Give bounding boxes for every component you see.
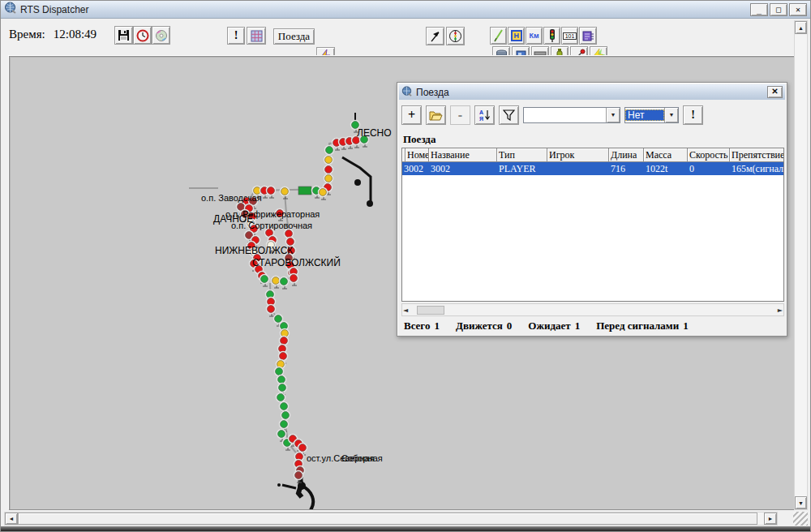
- hscroll-thumb[interactable]: [417, 306, 444, 315]
- save-button[interactable]: [114, 26, 133, 45]
- column-header[interactable]: Игрок: [547, 148, 609, 162]
- vertical-scrollbar[interactable]: ▲ ▼: [794, 20, 808, 510]
- column-header[interactable]: Препятствие: [730, 148, 784, 162]
- km-post-button[interactable]: Км: [526, 27, 543, 45]
- km-post-icon: Км: [529, 32, 539, 40]
- table-cell: 3002: [402, 162, 429, 175]
- track-node: [367, 200, 373, 207]
- add-train-button[interactable]: +: [401, 105, 422, 125]
- column-header[interactable]: Номер: [406, 148, 429, 162]
- save-icon: [118, 29, 130, 41]
- open-folder-icon: [429, 110, 443, 121]
- trains-toolbar-button[interactable]: Поезда: [273, 28, 315, 45]
- horizontal-scrollbar[interactable]: ◄ ►: [4, 512, 778, 526]
- alert-button[interactable]: !: [227, 27, 245, 45]
- stat-item: Ожидает1: [528, 320, 580, 332]
- clock-button[interactable]: [133, 26, 152, 45]
- mode-combo-value: Нет: [625, 109, 664, 121]
- track-line: [282, 485, 296, 488]
- column-header[interactable]: Длина: [609, 148, 644, 162]
- filter-combo-arrow-icon[interactable]: ▼: [606, 108, 620, 122]
- grid-icon: [251, 30, 263, 42]
- traffic-light-button[interactable]: [543, 27, 560, 45]
- table-cell: 165м(сигнал: [730, 162, 784, 175]
- open-button[interactable]: [426, 105, 446, 125]
- hscroll-main-thumb[interactable]: [18, 513, 757, 525]
- trains-window-titlebar[interactable]: Поезда ✕: [399, 84, 785, 100]
- resize-grip[interactable]: [793, 512, 808, 526]
- column-header[interactable]: Название: [429, 148, 497, 162]
- track-line: [255, 139, 364, 191]
- station-label: ЛЕСНО: [357, 127, 392, 139]
- speed-sign-icon: 101: [563, 32, 577, 40]
- trains-toolbar: + - АЯ ▼ Нет ▼ !: [401, 104, 783, 127]
- mode-combo-arrow-icon[interactable]: ▼: [664, 108, 678, 122]
- grid-windows-button[interactable]: [247, 27, 266, 45]
- train-table-hscrollbar[interactable]: ◄ ►: [401, 303, 784, 316]
- alert-label: !: [234, 29, 238, 42]
- sort-button[interactable]: АЯ: [474, 105, 495, 125]
- flag-icon: [429, 30, 442, 43]
- track-pen-button[interactable]: [490, 27, 507, 45]
- trains-alert-button[interactable]: !: [683, 105, 703, 125]
- table-cell: 0: [688, 162, 730, 175]
- column-header[interactable]: Тип: [497, 148, 547, 162]
- station-label: о.п. Сортировочная: [231, 221, 312, 230]
- column-header[interactable]: Скорость: [688, 148, 730, 162]
- station-label: Соборная: [341, 453, 383, 463]
- table-cell: 716: [609, 162, 644, 175]
- table-cell: PLAYER: [497, 162, 547, 175]
- platform-rect: [298, 187, 311, 195]
- trains-alert-label: !: [691, 109, 695, 122]
- maximize-button[interactable]: □: [770, 3, 787, 16]
- flag-tool-button[interactable]: [426, 27, 444, 45]
- remove-train-button[interactable]: -: [450, 105, 470, 125]
- train-table-body: 30023002PLAYER7161022t0165м(сигнал: [402, 162, 783, 175]
- train-table-header-row: НомерНазваниеТипИгрокДлинаМассаСкоростьП…: [402, 148, 783, 162]
- minimize-button[interactable]: _: [750, 3, 768, 16]
- clock-readout: Время:12:08:49: [9, 28, 97, 41]
- signal-box-icon: [582, 31, 594, 41]
- table-row[interactable]: 30023002PLAYER7161022t0165м(сигнал: [402, 162, 783, 175]
- svg-text:А: А: [479, 109, 483, 115]
- filter-button[interactable]: [499, 105, 519, 125]
- sort-az-icon: АЯ: [478, 109, 491, 122]
- mode-combo[interactable]: Нет ▼: [624, 107, 679, 123]
- speed-sign-button[interactable]: 101: [561, 27, 578, 45]
- stat-item: Движется0: [456, 320, 512, 332]
- trains-window: Поезда ✕ + - АЯ ▼ Нет ▼ !: [397, 82, 787, 337]
- signal-plan-icon: [448, 29, 462, 43]
- scroll-left-icon[interactable]: ◄: [5, 513, 18, 525]
- train-filter-combo[interactable]: ▼: [523, 107, 620, 123]
- station-label: СТАРОВОЛЖСКИЙ: [252, 256, 341, 268]
- signal-box-button[interactable]: [579, 27, 597, 45]
- time-value: 12:08:49: [54, 28, 97, 41]
- train-stats: Всего1Движется0Ожидает1Перед сигналами1: [404, 320, 705, 332]
- trains-window-title: Поезда: [416, 87, 449, 98]
- trains-toolbar-label: Поезда: [278, 30, 310, 43]
- platform-sign-button[interactable]: [508, 27, 525, 45]
- column-header[interactable]: Масса: [644, 148, 688, 162]
- train-list-label: Поезда: [403, 133, 436, 146]
- scroll-down-icon[interactable]: ▼: [795, 496, 807, 509]
- scroll-left-icon[interactable]: ◄: [403, 307, 408, 314]
- stat-item: Всего1: [404, 320, 440, 332]
- scroll-right-icon[interactable]: ►: [778, 307, 783, 314]
- platform-sign-icon: [511, 30, 522, 41]
- cd-button[interactable]: [152, 26, 170, 45]
- hscroll-track: [757, 513, 764, 525]
- app-globe-icon: [4, 2, 16, 17]
- scroll-up-icon[interactable]: ▲: [795, 21, 807, 34]
- signal-plan-button[interactable]: [446, 27, 465, 45]
- station-label: НИЖНЕВОЛЖСК: [215, 245, 293, 256]
- clock-icon: [136, 29, 149, 42]
- train-table[interactable]: НомерНазваниеТипИгрокДлинаМассаСкоростьП…: [401, 148, 784, 302]
- table-cell: 1022t: [644, 162, 688, 175]
- trains-window-globe-icon: [401, 85, 412, 100]
- scroll-right-icon[interactable]: ►: [764, 513, 777, 525]
- table-cell: 3002: [429, 162, 497, 175]
- window-titlebar[interactable]: RTS Dispatcher _ □ ✕: [1, 1, 810, 19]
- rts-dispatcher-window: RTS Dispatcher _ □ ✕ Время:12:08:49 ! По…: [0, 0, 811, 532]
- close-button[interactable]: ✕: [789, 3, 807, 16]
- trains-window-close-button[interactable]: ✕: [767, 86, 783, 98]
